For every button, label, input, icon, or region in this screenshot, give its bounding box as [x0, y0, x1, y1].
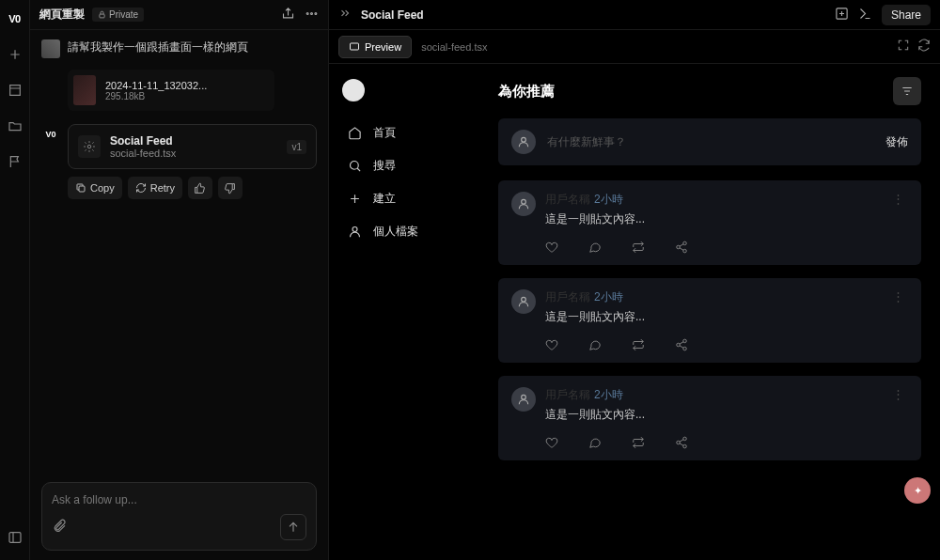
- post-avatar: [511, 192, 536, 216]
- svg-point-16: [522, 297, 526, 302]
- new-chat-button[interactable]: [4, 43, 26, 66]
- collapse-icon[interactable]: [338, 7, 352, 23]
- post-more-icon[interactable]: ⋮: [888, 387, 908, 423]
- copy-button[interactable]: Copy: [68, 177, 122, 199]
- tab-preview[interactable]: Preview: [338, 36, 412, 58]
- post-content: 這是一則貼文內容...: [545, 407, 879, 423]
- repost-icon[interactable]: [632, 241, 645, 254]
- svg-point-23: [683, 444, 687, 448]
- svg-rect-6: [79, 186, 85, 192]
- svg-point-5: [87, 145, 91, 148]
- user-avatar: [41, 39, 60, 58]
- user-message: 請幫我製作一個跟插畫面一樣的網頁: [68, 39, 248, 58]
- svg-point-10: [352, 227, 357, 232]
- share-post-icon[interactable]: [675, 436, 688, 449]
- thumbs-down-button[interactable]: [218, 177, 243, 199]
- post-avatar: [511, 289, 536, 314]
- repost-icon[interactable]: [632, 338, 645, 351]
- svg-point-12: [522, 199, 526, 204]
- post-content: 這是一則貼文內容...: [545, 309, 879, 325]
- app-avatar[interactable]: [342, 79, 365, 101]
- svg-point-22: [677, 441, 681, 444]
- sidebar-toggle-icon[interactable]: [4, 526, 26, 549]
- comment-icon[interactable]: [588, 338, 602, 351]
- svg-point-3: [311, 12, 313, 14]
- like-icon[interactable]: [545, 338, 558, 351]
- help-fab[interactable]: ✦: [904, 477, 931, 504]
- attachment-thumbnail: [73, 75, 96, 105]
- post-content: 這是一則貼文內容...: [545, 211, 879, 227]
- add-to-codebase-icon[interactable]: [835, 7, 849, 23]
- share-post-icon[interactable]: [675, 338, 688, 351]
- publish-button[interactable]: 發佈: [885, 134, 908, 150]
- like-icon[interactable]: [545, 436, 558, 449]
- comment-icon[interactable]: [588, 241, 602, 254]
- post-username: 用戶名稱: [545, 388, 590, 401]
- svg-point-18: [677, 343, 681, 347]
- compose-placeholder: 有什麼新鮮事？: [547, 134, 874, 150]
- card-version: v1: [287, 140, 306, 154]
- share-button[interactable]: Share: [882, 5, 931, 25]
- post-time: 2小時: [594, 290, 623, 303]
- svg-point-20: [522, 395, 526, 399]
- generated-card[interactable]: Social Feed social-feed.tsx v1: [68, 124, 317, 169]
- repost-icon[interactable]: [632, 436, 645, 449]
- fullscreen-icon[interactable]: [897, 39, 910, 54]
- attach-button[interactable]: [52, 519, 67, 537]
- post-avatar: [511, 387, 536, 412]
- svg-point-2: [306, 12, 308, 14]
- attachment-name: 2024-11-11_132032...: [105, 80, 207, 91]
- thumbs-up-button[interactable]: [188, 177, 212, 199]
- post-username: 用戶名稱: [545, 193, 590, 206]
- card-title: Social Feed: [110, 134, 176, 148]
- project-title: 網頁重製: [39, 7, 85, 23]
- followup-input[interactable]: [52, 493, 306, 506]
- attachment-size: 295.18kB: [105, 91, 207, 101]
- refresh-icon[interactable]: [917, 39, 931, 54]
- svg-point-21: [683, 437, 687, 441]
- flag-icon[interactable]: [4, 150, 26, 173]
- v0-logo[interactable]: V0: [4, 8, 26, 30]
- nav-create[interactable]: 建立: [342, 184, 466, 213]
- svg-rect-8: [351, 43, 359, 50]
- nav-profile[interactable]: 個人檔案: [342, 217, 466, 246]
- post-more-icon[interactable]: ⋮: [888, 192, 908, 227]
- share-icon[interactable]: [281, 7, 295, 23]
- bookmark-icon[interactable]: [4, 79, 26, 101]
- post-more-icon[interactable]: ⋮: [888, 289, 908, 325]
- comment-icon[interactable]: [588, 436, 602, 449]
- svg-point-11: [522, 137, 526, 142]
- post: 用戶名稱2小時 這是一則貼文內容... ⋮: [498, 180, 921, 265]
- gear-icon: [78, 135, 101, 158]
- send-button[interactable]: [280, 514, 306, 540]
- right-title: Social Feed: [361, 8, 424, 22]
- post: 用戶名稱2小時 這是一則貼文內容... ⋮: [498, 278, 921, 363]
- svg-rect-0: [9, 533, 21, 543]
- post-time: 2小時: [594, 193, 623, 206]
- more-icon[interactable]: [305, 7, 319, 23]
- svg-point-19: [683, 347, 687, 350]
- user-icon: [511, 130, 536, 154]
- terminal-icon[interactable]: [858, 7, 872, 23]
- open-file-tab[interactable]: social-feed.tsx: [421, 41, 487, 53]
- nav-home[interactable]: 首頁: [342, 118, 466, 148]
- post-username: 用戶名稱: [545, 290, 590, 303]
- attachment-card[interactable]: 2024-11-11_132032... 295.18kB: [68, 70, 274, 111]
- share-post-icon[interactable]: [675, 241, 688, 254]
- folder-icon[interactable]: [4, 115, 26, 137]
- svg-point-9: [351, 162, 359, 170]
- like-icon[interactable]: [545, 241, 558, 254]
- filter-button[interactable]: [893, 77, 921, 105]
- svg-point-4: [315, 12, 317, 14]
- card-filename: social-feed.tsx: [110, 148, 176, 159]
- retry-button[interactable]: Retry: [128, 177, 182, 199]
- svg-rect-1: [100, 14, 104, 18]
- post: 用戶名稱2小時 這是一則貼文內容... ⋮: [498, 376, 921, 460]
- svg-point-17: [683, 339, 687, 343]
- compose-box[interactable]: 有什麼新鮮事？ 發佈: [498, 118, 921, 165]
- privacy-badge: Private: [92, 8, 144, 22]
- svg-point-13: [683, 241, 687, 245]
- nav-search[interactable]: 搜尋: [342, 151, 466, 180]
- post-time: 2小時: [594, 388, 623, 401]
- v0-badge: V0: [41, 128, 60, 141]
